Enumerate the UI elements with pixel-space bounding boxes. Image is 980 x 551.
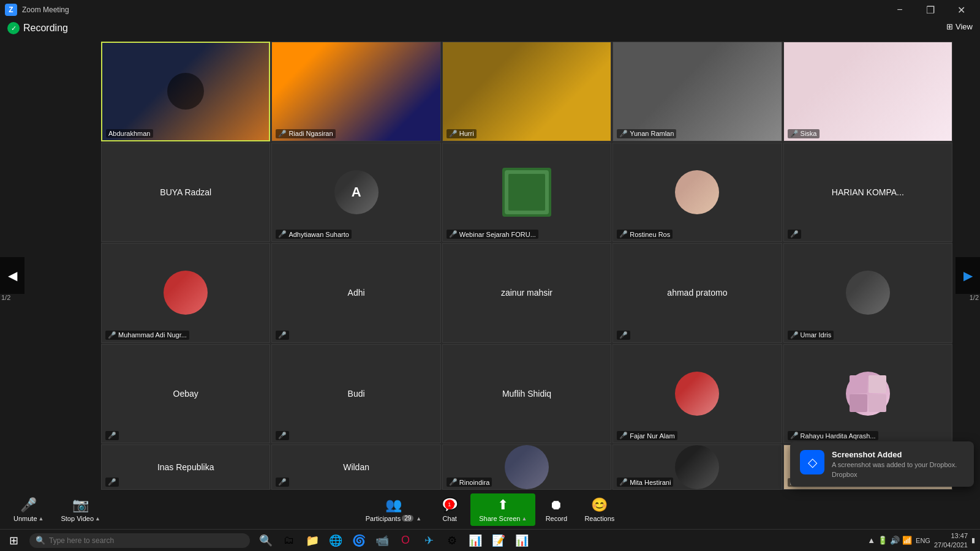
tray-volume-icon[interactable]: 🔊: [890, 536, 900, 545]
participant-mic-inas: 🎤: [105, 478, 119, 487]
participant-cell-adhytiawan[interactable]: A 🎤 Adhytiawan Suharto: [271, 143, 440, 242]
participant-name-mita: 🎤 Mita Hestirani: [617, 478, 673, 487]
taskbar-app-settings[interactable]: ⚙: [441, 530, 463, 552]
participant-cell-rostineu[interactable]: 🎤 Rostineu Ros: [612, 143, 782, 242]
participant-cell-oebay[interactable]: Oebay 🎤: [101, 344, 270, 444]
participant-photo-umar: [846, 271, 890, 315]
participant-name-oebay: Oebay: [173, 389, 198, 399]
participant-photo-mita: [675, 445, 719, 489]
participant-name-yunan: 🎤 Yunan Ramlan: [617, 129, 676, 138]
reactions-label: Reactions: [584, 515, 614, 522]
search-icon: 🔍: [36, 536, 45, 545]
participant-name-ahmad: ahmad pratomo: [667, 288, 727, 298]
participant-name-rostineu: 🎤 Rostineu Ros: [617, 230, 673, 239]
participant-name-harian-label: 🎤: [788, 230, 801, 239]
taskbar-app-edge[interactable]: 🌀: [348, 530, 370, 552]
taskbar-app-sticky[interactable]: 📝: [488, 530, 510, 552]
view-button[interactable]: ⊞ View: [946, 22, 973, 31]
participants-icon: 👥: [385, 497, 402, 513]
prev-page-button[interactable]: ◀: [0, 257, 24, 294]
stop-video-button[interactable]: 📷 Stop Video ▲: [53, 493, 108, 526]
participant-cell-wildan[interactable]: Wildan 🎤: [271, 444, 440, 490]
participant-name-harian: HARIAN KOMPA...: [832, 187, 904, 197]
participant-cell-harian[interactable]: HARIAN KOMPA... 🎤: [783, 143, 952, 242]
record-icon: ⏺: [549, 497, 563, 513]
title-bar-left: Z Zoom Meeting: [5, 4, 69, 16]
participant-cell-inas[interactable]: Inas Republika 🎤: [101, 444, 270, 490]
recording-badge: Recording: [7, 22, 68, 34]
participant-cell-buya[interactable]: BUYA Radzal: [101, 143, 270, 242]
tray-up-arrow-icon[interactable]: ▲: [867, 536, 875, 545]
notification-title: Screenshot Added: [832, 450, 957, 459]
participant-cell-yunan[interactable]: 🎤 Yunan Ramlan: [612, 42, 782, 141]
participant-cell-rinoindira[interactable]: 🎤 Rinoindira: [442, 444, 611, 490]
minimize-button[interactable]: −: [886, 0, 914, 20]
taskbar-app-search[interactable]: 🔍: [255, 530, 277, 552]
start-button[interactable]: ⊞: [0, 530, 27, 552]
restore-button[interactable]: ❐: [916, 0, 944, 20]
participant-mic-oebay: 🎤: [105, 431, 119, 440]
taskbar-date: 27/04/2021: [934, 541, 968, 549]
taskbar-app-explorer[interactable]: 📁: [301, 530, 323, 552]
record-label: Record: [546, 515, 567, 522]
participant-name-zainur: zainur mahsir: [501, 288, 552, 298]
participants-button[interactable]: 👥 Participants 29 ▲: [358, 493, 429, 526]
unmute-button[interactable]: 🎤 Unmute ▲: [6, 493, 51, 526]
record-button[interactable]: ⏺ Record: [538, 493, 575, 526]
taskbar-app-powerpoint[interactable]: 📊: [511, 530, 533, 552]
taskbar-search[interactable]: 🔍: [29, 533, 250, 548]
windows-taskbar: ⊞ 🔍 🔍 🗂 📁 🌐 🌀 📹 O ✈ ⚙ 📊 📝 📊 ▲ 🔋 🔊 📶 ENG …: [0, 529, 980, 551]
taskbar-app-opera[interactable]: O: [394, 530, 417, 552]
participant-name-adhytiawan: 🎤 Adhytiawan Suharto: [276, 230, 351, 239]
participant-mic-wildan: 🎤: [276, 478, 289, 487]
participant-cell-hurri[interactable]: 🎤 Hurri: [442, 42, 611, 141]
participant-cell-mita[interactable]: 🎤 Mita Hestirani: [612, 444, 782, 490]
chat-icon-wrapper: 💬 1: [442, 497, 458, 513]
participant-cell-ahmad[interactable]: ahmad pratomo 🎤: [612, 243, 782, 343]
participant-name-wildan: Wildan: [343, 462, 369, 472]
participant-cell-abdurakhman[interactable]: Abdurakhman: [101, 42, 270, 141]
notification-content: Screenshot Added A screenshot was added …: [832, 450, 957, 478]
taskbar-time: 13:47: [934, 531, 968, 540]
participant-cell-muflih[interactable]: Muflih Shidiq: [442, 344, 611, 444]
tray-network-icon[interactable]: 📶: [902, 536, 912, 545]
taskbar-app-zoom[interactable]: 📹: [371, 530, 393, 552]
taskbar-app-chrome[interactable]: 🌐: [325, 530, 347, 552]
participant-name-webinar: 🎤 Webinar Sejarah FORU...: [447, 230, 538, 239]
participant-cell-siska[interactable]: 🎤 Siska: [783, 42, 952, 141]
participant-cell-zainur[interactable]: zainur mahsir: [442, 243, 611, 343]
participant-cell-umar[interactable]: 🎤 Umar Idris: [783, 243, 952, 343]
stop-video-label: Stop Video: [61, 515, 94, 522]
close-button[interactable]: ✕: [947, 0, 975, 20]
title-bar-controls: − ❐ ✕: [886, 0, 975, 20]
participant-mic-ahmad: 🎤: [617, 331, 630, 340]
reactions-button[interactable]: 😊 Reactions: [577, 493, 622, 526]
participant-cell-rahayu[interactable]: 🎤 Rahayu Hardita Aqrash...: [783, 344, 952, 444]
mic-muted-icon: 🎤: [20, 497, 37, 513]
taskbar-app-taskview[interactable]: 🗂: [278, 530, 300, 552]
participant-cell-fajar[interactable]: 🎤 Fajar Nur Alam: [612, 344, 782, 444]
participant-cell-webinar[interactable]: 🎤 Webinar Sejarah FORU...: [442, 143, 611, 242]
show-desktop-icon[interactable]: ▮: [971, 536, 975, 544]
taskbar-app-telegram[interactable]: ✈: [418, 530, 440, 552]
participant-name-rahayu: 🎤 Rahayu Hardita Aqrash...: [788, 431, 878, 440]
taskbar-language: ENG: [916, 537, 930, 544]
share-screen-button[interactable]: ⬆ Share Screen ▲: [470, 493, 535, 526]
participant-cell-adhi[interactable]: Adhi 🎤: [271, 243, 440, 343]
participant-photo-rahayu: [846, 372, 890, 416]
participant-cell-budi[interactable]: Budi 🎤: [271, 344, 440, 444]
taskbar-clock: 13:47 27/04/2021: [934, 531, 968, 549]
participant-photo-adhytiawan: A: [334, 170, 379, 214]
search-input[interactable]: [49, 536, 244, 545]
taskbar-app-excel[interactable]: 📊: [464, 530, 486, 552]
notification-body: A screenshot was added to your Dropbox.: [832, 461, 957, 468]
participant-photo-rinoindira: [505, 445, 549, 489]
system-tray-icons: ▲ 🔋 🔊 📶: [867, 536, 912, 545]
next-page-button[interactable]: ▶: [956, 257, 980, 294]
participant-cell-muhadinu[interactable]: 🎤 Muhammad Adi Nugr...: [101, 243, 270, 343]
participant-cell-riadi[interactable]: 🎤 Riadi Ngasiran: [271, 42, 440, 141]
participant-photo-rostineu: [675, 170, 719, 214]
window-title: Zoom Meeting: [22, 6, 69, 14]
chat-button[interactable]: 💬 1 Chat: [431, 493, 468, 526]
participant-name-hurri: 🎤 Hurri: [447, 129, 477, 138]
